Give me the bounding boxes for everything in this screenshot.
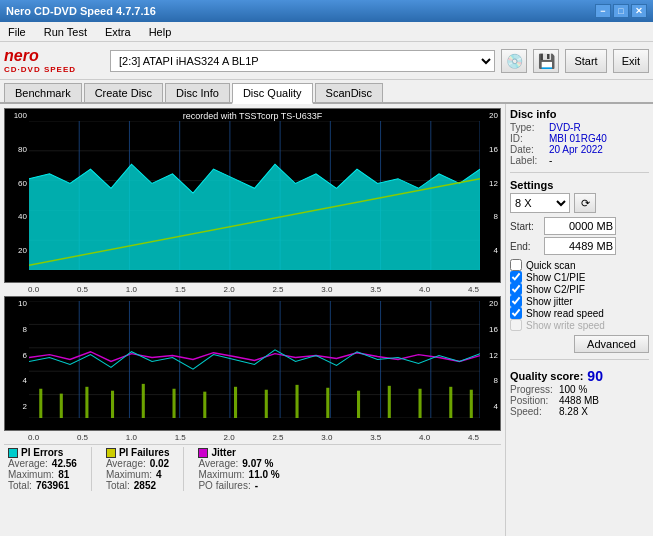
quality-score-value: 90 [587, 368, 603, 384]
y-right-3: 8 [482, 212, 498, 221]
yb-left-2: 6 [7, 351, 27, 360]
tab-disc-info[interactable]: Disc Info [165, 83, 230, 102]
maximize-button[interactable]: □ [613, 4, 629, 18]
y-right-1: 16 [482, 145, 498, 154]
xb-7: 3.5 [370, 433, 381, 442]
svg-rect-33 [60, 394, 63, 418]
x-1: 0.5 [77, 285, 88, 294]
tab-benchmark[interactable]: Benchmark [4, 83, 82, 102]
start-mb-row: Start: [510, 217, 649, 235]
yb-right-3: 8 [482, 376, 498, 385]
start-mb-input[interactable] [544, 217, 616, 235]
start-button[interactable]: Start [565, 49, 606, 73]
show-read-checkbox[interactable] [510, 307, 522, 319]
po-failures-label: PO failures: [198, 480, 250, 491]
y-axis-left-top: 100 80 60 40 20 [5, 109, 29, 282]
x-axis-top: 0.0 0.5 1.0 1.5 2.0 2.5 3.0 3.5 4.0 4.5 [4, 285, 501, 294]
save-icon-button[interactable]: 💾 [533, 49, 559, 73]
show-write-checkbox[interactable] [510, 319, 522, 331]
end-mb-row: End: [510, 237, 649, 255]
exit-button[interactable]: Exit [613, 49, 649, 73]
svg-rect-40 [265, 390, 268, 418]
xb-2: 1.0 [126, 433, 137, 442]
y-left-4: 20 [7, 246, 27, 255]
show-write-row: Show write speed [510, 319, 649, 331]
progress-label: Progress: [510, 384, 555, 395]
disc-label-value: - [549, 155, 552, 166]
y-axis-right-bottom: 20 16 12 8 4 [480, 297, 500, 430]
x-3: 1.5 [175, 285, 186, 294]
svg-rect-41 [296, 385, 299, 418]
show-jitter-label: Show jitter [526, 296, 573, 307]
yb-left-3: 4 [7, 376, 27, 385]
menu-run-test[interactable]: Run Test [40, 25, 91, 39]
y-left-0: 100 [7, 111, 27, 120]
divider-1 [510, 172, 649, 173]
quick-scan-checkbox[interactable] [510, 259, 522, 271]
stats-divider-1 [91, 447, 92, 491]
drive-selector[interactable]: [2:3] ATAPI iHAS324 A BL1P [110, 50, 495, 72]
x-4: 2.0 [224, 285, 235, 294]
pi-errors-stats: PI Errors Average: 42.56 Maximum: 81 Tot… [8, 447, 77, 491]
svg-rect-34 [85, 387, 88, 418]
svg-rect-44 [388, 386, 391, 418]
pi-errors-max-value: 81 [58, 469, 69, 480]
end-mb-input[interactable] [544, 237, 616, 255]
tab-create-disc[interactable]: Create Disc [84, 83, 163, 102]
jitter-avg-label: Average: [198, 458, 238, 469]
jitter-max-label: Maximum: [198, 469, 244, 480]
refresh-icon-button[interactable]: ⟳ [574, 193, 596, 213]
y-left-1: 80 [7, 145, 27, 154]
disc-icon-button[interactable]: 💿 [501, 49, 527, 73]
close-button[interactable]: ✕ [631, 4, 647, 18]
svg-rect-47 [470, 390, 473, 418]
svg-rect-36 [142, 384, 145, 418]
y-left-3: 40 [7, 212, 27, 221]
disc-type-label: Type: [510, 122, 545, 133]
speed-result-label: Speed: [510, 406, 555, 417]
speed-selector[interactable]: 8 X [510, 193, 570, 213]
pi-failures-avg-value: 0.02 [150, 458, 169, 469]
yb-left-0: 10 [7, 299, 27, 308]
xb-5: 2.5 [272, 433, 283, 442]
tab-disc-quality[interactable]: Disc Quality [232, 83, 313, 104]
quality-score-row: Quality score: 90 [510, 368, 649, 384]
yb-right-4: 4 [482, 402, 498, 411]
pi-failures-total-label: Total: [106, 480, 130, 491]
advanced-button[interactable]: Advanced [574, 335, 649, 353]
tab-scan-disc[interactable]: ScanDisc [315, 83, 383, 102]
svg-rect-43 [357, 391, 360, 418]
show-c2-checkbox[interactable] [510, 283, 522, 295]
jitter-legend-dot [198, 448, 208, 458]
svg-marker-15 [29, 164, 480, 270]
show-jitter-row: Show jitter [510, 295, 649, 307]
jitter-avg-value: 9.07 % [242, 458, 273, 469]
yb-right-1: 16 [482, 325, 498, 334]
disc-info-section: Disc info Type: DVD-R ID: MBI 01RG40 Dat… [510, 108, 649, 166]
jitter-label: Jitter [211, 447, 235, 458]
menu-extra[interactable]: Extra [101, 25, 135, 39]
minimize-button[interactable]: − [595, 4, 611, 18]
app-title: Nero CD-DVD Speed 4.7.7.16 [6, 5, 156, 17]
show-c1-checkbox[interactable] [510, 271, 522, 283]
disc-date-value: 20 Apr 2022 [549, 144, 603, 155]
nero-sub-logo: CD·DVD SPEED [4, 65, 76, 74]
pi-errors-total-value: 763961 [36, 480, 69, 491]
show-jitter-checkbox[interactable] [510, 295, 522, 307]
x-9: 4.5 [468, 285, 479, 294]
menu-help[interactable]: Help [145, 25, 176, 39]
disc-label-row: Label: - [510, 155, 649, 166]
x-8: 4.0 [419, 285, 430, 294]
svg-rect-32 [39, 389, 42, 418]
x-6: 3.0 [321, 285, 332, 294]
pi-errors-max-label: Maximum: [8, 469, 54, 480]
disc-info-title: Disc info [510, 108, 649, 120]
pi-failures-max-label: Maximum: [106, 469, 152, 480]
x-2: 1.0 [126, 285, 137, 294]
bottom-chart-svg [29, 301, 480, 418]
x-5: 2.5 [272, 285, 283, 294]
disc-id-label: ID: [510, 133, 545, 144]
menu-file[interactable]: File [4, 25, 30, 39]
settings-title: Settings [510, 179, 649, 191]
stats-divider-2 [183, 447, 184, 491]
